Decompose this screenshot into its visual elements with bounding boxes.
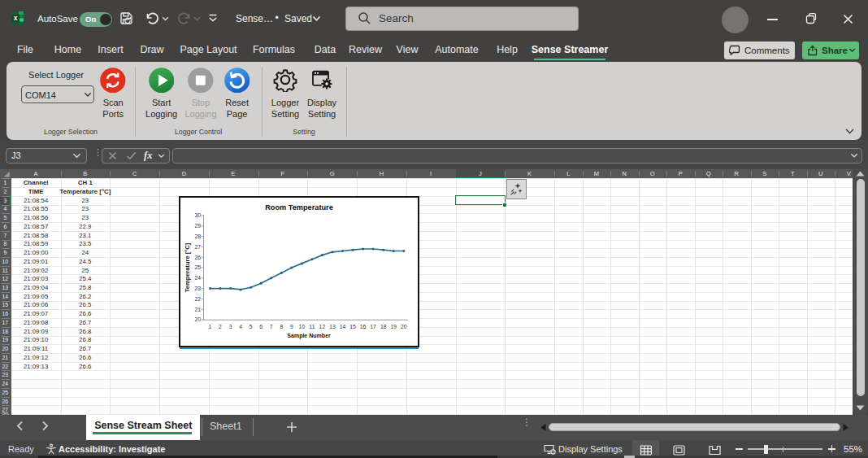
svg-text:10: 10 <box>299 324 306 329</box>
svg-text:11: 11 <box>309 324 315 329</box>
svg-text:19: 19 <box>390 324 397 329</box>
svg-text:14: 14 <box>340 324 346 329</box>
svg-text:4: 4 <box>239 324 242 329</box>
svg-text:21: 21 <box>194 307 201 312</box>
svg-text:7: 7 <box>270 324 273 329</box>
svg-text:1: 1 <box>209 324 212 329</box>
svg-text:23: 23 <box>194 286 201 291</box>
svg-text:15: 15 <box>349 324 356 329</box>
svg-text:26: 26 <box>194 255 201 260</box>
svg-text:x: x <box>14 14 18 22</box>
svg-text:28: 28 <box>194 233 201 239</box>
svg-text:Sample Number: Sample Number <box>287 333 331 339</box>
svg-text:20: 20 <box>401 324 407 329</box>
svg-text:25: 25 <box>194 264 201 270</box>
svg-text:24: 24 <box>194 275 201 281</box>
svg-text:18: 18 <box>380 324 387 329</box>
svg-text:22: 22 <box>194 296 201 302</box>
svg-text:13: 13 <box>329 324 336 329</box>
svg-text:17: 17 <box>370 324 376 329</box>
svg-text:12: 12 <box>319 324 326 329</box>
svg-text:6: 6 <box>259 324 263 329</box>
svg-text:30: 30 <box>194 212 201 218</box>
svg-text:9: 9 <box>290 324 293 329</box>
svg-text:20: 20 <box>194 316 201 322</box>
svg-text:2: 2 <box>219 324 222 329</box>
svg-text:29: 29 <box>194 223 201 229</box>
svg-text:27: 27 <box>194 244 201 250</box>
svg-text:5: 5 <box>250 324 253 329</box>
svg-text:8: 8 <box>280 324 283 329</box>
svg-text:Room Temperature: Room Temperature <box>265 203 333 212</box>
svg-text:Temperature [°C]: Temperature [°C] <box>184 242 191 292</box>
svg-text:16: 16 <box>360 324 367 329</box>
svg-text:3: 3 <box>229 324 232 329</box>
